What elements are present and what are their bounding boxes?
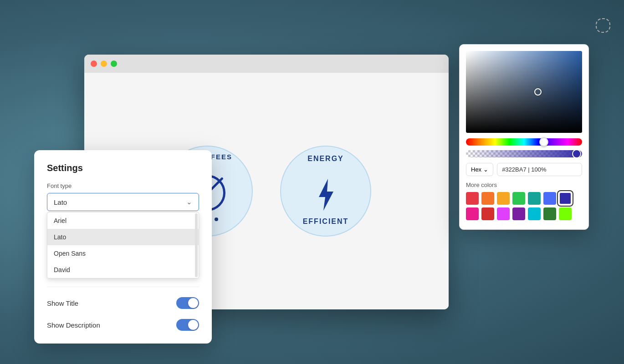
swatch-crimson[interactable] <box>481 207 494 220</box>
font-option-david[interactable]: David <box>47 262 199 278</box>
alpha-slider[interactable] <box>466 150 582 157</box>
traffic-light-green[interactable] <box>111 61 117 67</box>
svg-marker-0 <box>319 179 333 211</box>
energy-bottom-text: EFFICIENT <box>303 217 349 225</box>
settings-title: Settings <box>47 163 199 173</box>
traffic-light-yellow[interactable] <box>101 61 107 67</box>
color-picker-wrapper: Hex ⌄ #322BA7 | 100% More colors <box>596 18 610 33</box>
swatch-red[interactable] <box>466 192 479 205</box>
hex-row: Hex ⌄ #322BA7 | 100% <box>466 163 582 176</box>
color-picker-cursor[interactable] <box>534 88 542 96</box>
dropdown-scrollbar[interactable] <box>195 213 198 277</box>
hex-value-text: #322BA7 | 100% <box>502 166 546 173</box>
hex-value-input[interactable]: #322BA7 | 100% <box>497 163 582 176</box>
font-option-lato[interactable]: Lato <box>47 229 199 245</box>
swatch-cyan[interactable] <box>528 207 541 220</box>
hex-type-label: Hex <box>471 166 481 173</box>
show-title-label: Show Title <box>47 299 78 307</box>
font-option-ariel[interactable]: Ariel <box>47 212 199 229</box>
font-dropdown[interactable]: Lato ⌄ <box>47 193 199 211</box>
dropdown-arrow-icon: ⌄ <box>186 198 192 206</box>
swatch-dark-green[interactable] <box>543 207 556 220</box>
energy-efficient-badge: ENERGY EFFICIENT <box>280 146 371 237</box>
swatch-purple[interactable] <box>512 207 525 220</box>
browser-titlebar <box>84 55 449 73</box>
swatch-pink[interactable] <box>466 207 479 220</box>
hue-slider[interactable] <box>466 138 582 146</box>
swatch-blue[interactable] <box>543 192 556 205</box>
more-colors-label: More colors <box>466 182 582 188</box>
swatch-orange[interactable] <box>481 192 494 205</box>
font-selected-value: Lato <box>54 198 67 206</box>
show-description-toggle[interactable] <box>176 319 199 331</box>
settings-panel: Settings Font type Lato ⌄ Ariel Lato Ope… <box>34 150 212 344</box>
swatch-purple-light[interactable] <box>497 207 510 220</box>
hex-dropdown-arrow: ⌄ <box>483 166 488 173</box>
show-title-toggle[interactable] <box>176 297 199 309</box>
font-dropdown-container: Lato ⌄ Ariel Lato Open Sans David Ut non… <box>47 193 199 278</box>
swatches-row-2 <box>466 207 582 220</box>
hue-slider-thumb[interactable] <box>539 137 548 147</box>
traffic-light-red[interactable] <box>91 61 97 67</box>
swatch-teal[interactable] <box>528 192 541 205</box>
settings-divider <box>47 287 199 287</box>
swatches-row-1 <box>466 192 582 205</box>
show-title-knob <box>188 298 198 308</box>
swatch-lime[interactable] <box>559 207 572 220</box>
font-type-label: Font type <box>47 182 199 189</box>
energy-top-text: ENERGY <box>307 155 344 162</box>
color-picker-panel: Hex ⌄ #322BA7 | 100% More colors <box>459 44 589 230</box>
swatch-yellow[interactable] <box>497 192 510 205</box>
show-title-row: Show Title <box>47 297 199 309</box>
hex-type-select[interactable]: Hex ⌄ <box>466 163 493 176</box>
font-dropdown-list: Ariel Lato Open Sans David <box>47 212 199 278</box>
swatch-green[interactable] <box>512 192 525 205</box>
alpha-slider-overlay <box>466 150 582 157</box>
show-description-label: Show Description <box>47 321 100 329</box>
font-option-open-sans[interactable]: Open Sans <box>47 245 199 262</box>
show-description-row: Show Description <box>47 319 199 331</box>
alpha-slider-thumb[interactable] <box>572 150 581 157</box>
swatch-indigo[interactable] <box>559 192 572 205</box>
lightning-bolt-icon <box>314 179 337 212</box>
color-gradient-area[interactable] <box>466 51 582 133</box>
show-description-knob <box>188 320 198 330</box>
